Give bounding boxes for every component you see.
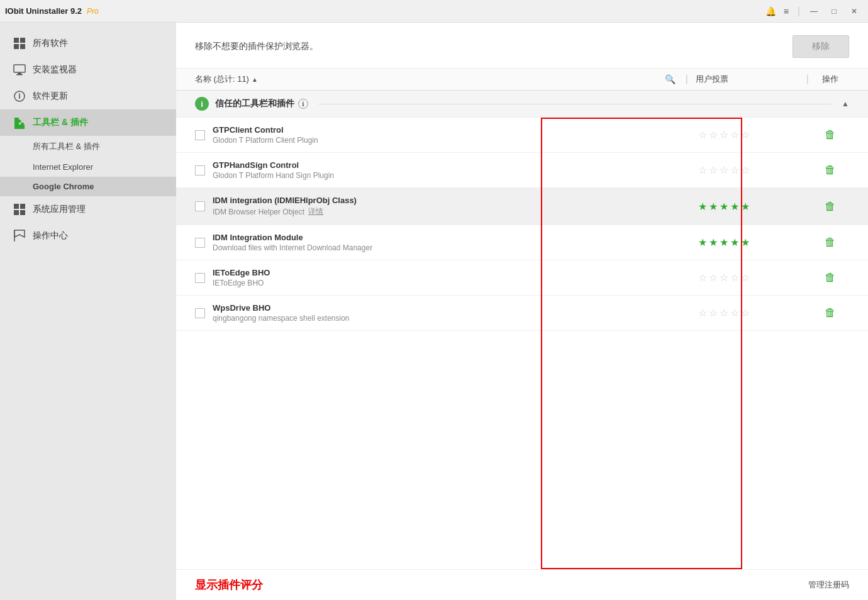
section-header: i 信任的工具栏和插件 ℹ ▲: [176, 91, 868, 118]
sidebar-label-action-center: 操作中心: [33, 230, 68, 242]
star1: ☆: [698, 272, 707, 284]
sidebar-item-google-chrome[interactable]: Google Chrome: [0, 177, 176, 196]
star1: ☆: [698, 164, 707, 176]
plugin-stars-idm-class: ★ ★ ★ ★ ★: [698, 201, 811, 213]
star5: ☆: [741, 129, 750, 141]
sidebar-label-toolbars-plugins: 工具栏 & 插件: [33, 117, 88, 128]
star1: ★: [698, 201, 707, 213]
close-button[interactable]: ✕: [845, 4, 863, 18]
table-header: 名称 (总计: 11) ▲ 🔍 | 用户投票 | 操作: [176, 69, 868, 91]
content-area: 移除不想要的插件保护浏览器。 移除 名称 (总计: 11) ▲ 🔍 | 用户投票…: [176, 23, 868, 600]
svg-rect-2: [14, 44, 19, 49]
star4: ☆: [730, 272, 739, 284]
remove-button[interactable]: 移除: [793, 35, 849, 58]
menu-icon[interactable]: ≡: [780, 5, 793, 18]
delete-icon-idm-module[interactable]: 🗑: [825, 236, 836, 249]
plugin-info-idm-module: IDM Integration Module Download files wi…: [213, 233, 698, 252]
plugin-stars-gtphandsign: ☆ ☆ ☆ ☆ ☆: [698, 164, 811, 176]
plugin-checkbox-ietoedge[interactable]: [195, 273, 205, 283]
registry-link[interactable]: 管理注册码: [808, 579, 849, 591]
plugin-list: GTPClient Control Glodon T Platform Clie…: [176, 118, 868, 569]
sidebar-item-system-app[interactable]: 系统应用管理: [0, 196, 176, 223]
star5: ☆: [741, 307, 750, 319]
star1: ☆: [698, 129, 707, 141]
section-title: 信任的工具栏和插件: [215, 98, 294, 109]
plugin-stars-idm-module: ★ ★ ★ ★ ★: [698, 236, 811, 248]
annotation-label: 显示插件评分: [195, 577, 263, 592]
sidebar-item-software-update[interactable]: i 软件更新: [0, 83, 176, 109]
sidebar-label-install-monitor: 安装监视器: [33, 64, 77, 75]
section-collapse-button[interactable]: ▲: [842, 99, 849, 108]
plugin-row[interactable]: GTPClient Control Glodon T Platform Clie…: [176, 118, 868, 153]
sidebar-label-all-toolbars: 所有工具栏 & 插件: [33, 142, 100, 151]
star3: ☆: [720, 272, 728, 284]
star5: ☆: [741, 164, 750, 176]
plugin-desc-gtpclient: Glodon T Platform Client Plugin: [213, 136, 698, 145]
plugin-row[interactable]: IDM Integration Module Download files wi…: [176, 225, 868, 260]
update-icon: i: [13, 89, 26, 103]
plugin-name-gtphandsign: GTPHandSign Control: [213, 160, 698, 170]
sidebar-item-all-toolbars[interactable]: 所有工具栏 & 插件: [0, 136, 176, 157]
plugin-checkbox-idm-module[interactable]: [195, 238, 205, 248]
plugin-name-idm-module: IDM Integration Module: [213, 233, 698, 242]
app-pro-label: Pro: [87, 7, 99, 16]
plugin-name-ietoedge: IEToEdge BHO: [213, 268, 698, 277]
delete-icon-gtphandsign[interactable]: 🗑: [825, 164, 836, 177]
maximize-button[interactable]: □: [825, 4, 843, 18]
plugin-checkbox-gtpclient[interactable]: [195, 130, 205, 140]
plugin-checkbox-gtphandsign[interactable]: [195, 165, 205, 175]
plugin-checkbox-wpsdrive[interactable]: [195, 308, 205, 318]
star3: ☆: [720, 164, 728, 176]
star2: ☆: [709, 307, 718, 319]
sidebar-item-install-monitor[interactable]: 安装监视器: [0, 57, 176, 83]
section-info-icon[interactable]: ℹ: [298, 99, 308, 109]
delete-icon-idm-class[interactable]: 🗑: [825, 200, 836, 213]
notification-icon[interactable]: 🔔: [765, 5, 777, 18]
plugin-desc-gtphandsign: Glodon T Platform Hand Sign Plugin: [213, 171, 698, 180]
svg-rect-4: [14, 65, 25, 72]
minimize-button[interactable]: —: [805, 4, 823, 18]
puzzle-icon: [13, 116, 26, 130]
svg-rect-0: [14, 38, 19, 43]
svg-rect-5: [18, 73, 21, 74]
star5: ★: [741, 236, 750, 248]
plugin-info-idm-class: IDM integration (IDMIEHlprObj Class) IDM…: [213, 196, 698, 217]
titlebar: IObit Uninstaller 9.2 Pro 🔔 ≡ | — □ ✕: [0, 0, 868, 23]
plugin-row[interactable]: GTPHandSign Control Glodon T Platform Ha…: [176, 153, 868, 188]
sidebar-item-action-center[interactable]: 操作中心: [0, 223, 176, 249]
plugin-action-wpsdrive: 🗑: [811, 306, 849, 319]
plugin-detail-link-idm-class[interactable]: 详情: [308, 206, 323, 217]
star4: ☆: [730, 129, 739, 141]
flag-icon: [13, 229, 26, 243]
monitor-icon: [13, 63, 26, 77]
plugin-checkbox-idm-class[interactable]: [195, 201, 205, 211]
sidebar-item-toolbars-plugins[interactable]: 工具栏 & 插件: [0, 109, 176, 136]
star2: ★: [709, 201, 718, 213]
plugin-action-idm-module: 🗑: [811, 236, 849, 249]
plugin-info-wpsdrive: WpsDrive BHO qingbangong namespace shell…: [213, 303, 698, 323]
app-title: IObit Uninstaller 9.2: [5, 6, 82, 16]
plugin-row[interactable]: IDM integration (IDMIEHlprObj Class) IDM…: [176, 188, 868, 225]
sidebar-item-all-software[interactable]: 所有软件: [0, 30, 176, 57]
plugin-name-wpsdrive: WpsDrive BHO: [213, 303, 698, 313]
svg-rect-6: [16, 74, 23, 75]
separator: |: [686, 74, 688, 85]
sidebar-item-internet-explorer[interactable]: Internet Explorer: [0, 157, 176, 177]
actions-column-header: 操作: [811, 74, 849, 85]
delete-icon-ietoedge[interactable]: 🗑: [825, 271, 836, 284]
delete-icon-wpsdrive[interactable]: 🗑: [825, 306, 836, 319]
star4: ☆: [730, 307, 739, 319]
search-icon[interactable]: 🔍: [658, 74, 683, 84]
star5: ☆: [741, 272, 750, 284]
delete-icon-gtpclient[interactable]: 🗑: [825, 128, 836, 142]
main-layout: 所有软件 安装监视器 i 软件更新: [0, 23, 868, 600]
star2: ★: [709, 236, 718, 248]
plugin-action-ietoedge: 🗑: [811, 271, 849, 284]
star5: ★: [741, 201, 750, 213]
svg-rect-1: [20, 38, 25, 43]
plugin-name-gtpclient: GTPClient Control: [213, 125, 698, 135]
star4: ★: [730, 201, 739, 213]
name-column-header[interactable]: 名称 (总计: 11) ▲: [195, 74, 658, 85]
plugin-row[interactable]: WpsDrive BHO qingbangong namespace shell…: [176, 296, 868, 331]
plugin-row[interactable]: IEToEdge BHO IEToEdge BHO ☆ ☆ ☆ ☆ ☆ 🗑: [176, 260, 868, 296]
